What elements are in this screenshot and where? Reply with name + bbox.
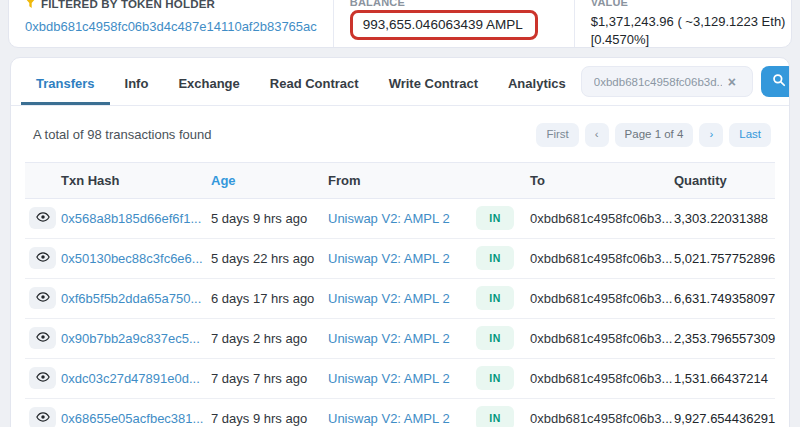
row-eye-cell [25,287,61,309]
view-details-button[interactable] [29,367,56,389]
header-txn-hash: Txn Hash [61,173,211,188]
funnel-icon [25,0,36,13]
tab-read-contract[interactable]: Read Contract [255,64,374,105]
filtered-address-link[interactable]: 0xbdb681c4958fc06b3d4c487e14110af2b83765… [25,19,317,34]
row-eye-cell [25,247,61,269]
table-body: 0x568a8b185d66ef6f1... 5 days 9 hrs ago … [25,199,775,427]
txn-hash-link[interactable]: 0x568a8b185d66ef6f1... [61,211,201,226]
direction-badge: IN [476,286,514,310]
to-address: 0xbdb681c4958fc06b3... [530,331,672,346]
txn-hash-link[interactable]: 0x68655e05acfbec381... [61,411,203,426]
transactions-count: A total of 98 transactions found [33,127,212,142]
from-address-link[interactable]: Uniswap V2: AMPL 2 [328,411,450,426]
tab-transfers[interactable]: Transfers [21,64,110,105]
view-details-button[interactable] [29,207,56,229]
row-eye-cell [25,367,61,389]
eye-icon [36,210,50,227]
txn-hash-link[interactable]: 0xf6b5f5b2dda65a750... [61,291,201,306]
summary-row: A total of 98 transactions found First ‹… [11,106,789,162]
token-holder-summary-card: FILTERED BY TOKEN HOLDER 0xbdb681c4958fc… [8,0,792,48]
first-page-button[interactable]: First [536,123,578,147]
balance-panel: BALANCE 993,655.046063439 AMPL [333,0,574,47]
search-icon [772,73,786,91]
table-header-row: Txn Hash Age From To Quantity [25,162,775,199]
direction-badge: IN [476,246,514,270]
from-address-link[interactable]: Uniswap V2: AMPL 2 [328,291,450,306]
table-row: 0xf6b5f5b2dda65a750... 6 days 17 hrs ago… [25,279,775,319]
table-row: 0x50130bec88c3fc6e6... 5 days 22 hrs ago… [25,239,775,279]
page: FILTERED BY TOKEN HOLDER 0xbdb681c4958fc… [0,0,800,427]
eye-icon [36,370,50,387]
txn-hash-link[interactable]: 0xdc03c27d47891e0d... [61,371,200,386]
view-details-button[interactable] [29,327,56,349]
value-label: VALUE [591,0,786,9]
age-value: 7 days 7 hrs ago [211,371,328,386]
search-area: × [581,66,790,105]
age-value: 7 days 9 hrs ago [211,411,328,426]
eye-icon [36,330,50,347]
header-age-sort[interactable]: Age [211,173,328,188]
value-percent: [0.4570%] [591,32,786,47]
from-address-link[interactable]: Uniswap V2: AMPL 2 [328,251,450,266]
to-address: 0xbdb681c4958fc06b3... [530,411,672,426]
transfers-table: Txn Hash Age From To Quantity 0x568a8b18… [11,162,789,427]
balance-label: BALANCE [350,0,558,9]
balance-value-annotated: 993,655.046063439 AMPL [350,10,538,40]
header-to: To [530,173,674,188]
age-value: 6 days 17 hrs ago [211,291,328,306]
tab-write-contract[interactable]: Write Contract [374,64,493,105]
from-address-link[interactable]: Uniswap V2: AMPL 2 [328,371,450,386]
quantity-value: 3,303.22031388 [674,211,768,226]
view-details-button[interactable] [29,287,56,309]
table-row: 0x90b7bb2a9c837ec5... 7 days 2 hrs ago U… [25,319,775,359]
eye-icon [36,290,50,307]
filter-label: FILTERED BY TOKEN HOLDER [41,0,215,11]
table-row: 0x568a8b185d66ef6f1... 5 days 9 hrs ago … [25,199,775,239]
direction-badge: IN [476,326,514,350]
view-details-button[interactable] [29,247,56,269]
table-row: 0xdc03c27d47891e0d... 7 days 7 hrs ago U… [25,359,775,399]
page-indicator: Page 1 of 4 [615,123,694,147]
eye-icon [36,410,50,427]
next-page-button[interactable]: › [699,123,723,147]
to-address: 0xbdb681c4958fc06b3... [530,211,672,226]
transfers-card: Transfers Info Exchange Read Contract Wr… [10,57,790,427]
direction-badge: IN [476,366,514,390]
value-usd-eth: $1,371,243.96 ( ~3,129.1223 Eth) [591,14,786,29]
tab-info[interactable]: Info [110,64,164,105]
header-from: From [328,173,476,188]
from-address-link[interactable]: Uniswap V2: AMPL 2 [328,211,450,226]
search-box: × [581,66,753,97]
to-address: 0xbdb681c4958fc06b3... [530,251,672,266]
from-address-link[interactable]: Uniswap V2: AMPL 2 [328,331,450,346]
value-panel: VALUE $1,371,243.96 ( ~3,129.1223 Eth) [… [574,0,800,47]
table-row: 0x68655e05acfbec381... 7 days 9 hrs ago … [25,399,775,427]
last-page-button[interactable]: Last [729,123,771,147]
age-value: 7 days 2 hrs ago [211,331,328,346]
quantity-value: 1,531.66437214 [674,371,768,386]
row-eye-cell [25,407,61,427]
header-quantity: Quantity [674,173,775,188]
search-input[interactable] [594,76,722,88]
clear-search-icon[interactable]: × [728,75,736,89]
filter-panel: FILTERED BY TOKEN HOLDER 0xbdb681c4958fc… [9,0,333,47]
to-address: 0xbdb681c4958fc06b3... [530,371,672,386]
quantity-value: 6,631.749358097 [674,291,775,306]
txn-hash-link[interactable]: 0x50130bec88c3fc6e6... [61,251,203,266]
pagination: First ‹ Page 1 of 4 › Last [536,123,771,147]
age-value: 5 days 22 hrs ago [211,251,328,266]
to-address: 0xbdb681c4958fc06b3... [530,291,672,306]
view-details-button[interactable] [29,407,56,427]
prev-page-button[interactable]: ‹ [585,123,609,147]
tab-exchange[interactable]: Exchange [163,64,254,105]
direction-badge: IN [476,406,514,427]
eye-icon [36,250,50,267]
row-eye-cell [25,207,61,229]
quantity-value: 5,021.757752896 [674,251,775,266]
txn-hash-link[interactable]: 0x90b7bb2a9c837ec5... [61,331,200,346]
tab-bar: Transfers Info Exchange Read Contract Wr… [11,58,789,106]
quantity-value: 9,927.654436291 [674,411,775,426]
search-button[interactable] [761,66,790,97]
tab-analytics[interactable]: Analytics [493,64,581,105]
quantity-value: 2,353.796557309 [674,331,775,346]
